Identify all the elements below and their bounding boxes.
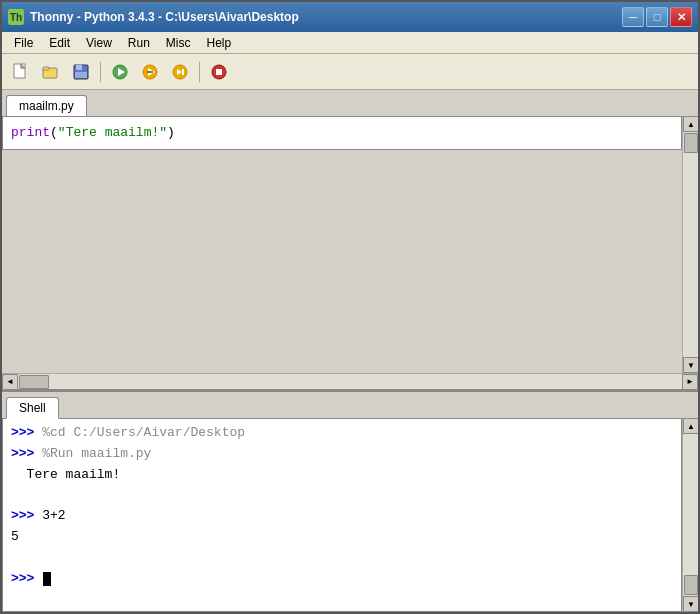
new-file-icon [12,63,30,81]
code-line-1: print("Tere maailm!") [11,123,673,143]
editor-scroll-thumb[interactable] [684,133,698,153]
toolbar-separator-2 [199,62,200,82]
editor-scroll-wrapper: print("Tere maailm!") ▲ ▼ ◄ ► [2,116,698,389]
menu-misc[interactable]: Misc [158,34,199,52]
shell-prompt-1: >>> [11,423,34,444]
menu-bar: File Edit View Run Misc Help [2,32,698,54]
editor-tab-maailm[interactable]: maailm.py [6,95,87,117]
open-file-icon [42,63,60,81]
editor-panel: maailm.py print("Tere maailm!") ▲ ▼ [2,90,698,392]
open-file-button[interactable] [38,59,64,85]
shell-content[interactable]: >>> %cd C:/Users/Aivar/Desktop >>> %Run … [2,418,682,612]
main-content: maailm.py print("Tere maailm!") ▲ ▼ [2,90,698,612]
svg-rect-18 [216,69,222,75]
run-button[interactable] [107,59,133,85]
shell-line-1: >>> %cd C:/Users/Aivar/Desktop [11,423,673,444]
shell-scroll-down-arrow[interactable]: ▼ [683,596,698,612]
window-controls: ─ □ ✕ [622,7,692,27]
shell-output-1: Tere maailm! [11,465,120,486]
step-over-icon [171,63,189,81]
shell-line-4 [11,485,673,506]
code-paren-open: ( [50,125,58,140]
code-string-hello: "Tere maailm!" [58,125,167,140]
step-over-button[interactable] [167,59,193,85]
menu-view[interactable]: View [78,34,120,52]
shell-line-3: Tere maailm! [11,465,673,486]
app-icon-label: Th [10,12,22,23]
toolbar [2,54,698,90]
shell-panel: Shell >>> %cd C:/Users/Aivar/Desktop >>>… [2,392,698,612]
main-window: Th Thonny - Python 3.4.3 - C:\Users\Aiva… [0,0,700,614]
editor-h-scroll-thumb[interactable] [19,375,49,389]
code-keyword-print: print [11,125,50,140]
shell-cmd-2: %Run maailm.py [34,444,151,465]
code-paren-close: ) [167,125,175,140]
shell-line-2: >>> %Run maailm.py [11,444,673,465]
run-icon [111,63,129,81]
toolbar-separator-1 [100,62,101,82]
window-title: Thonny - Python 3.4.3 - C:\Users\Aivar\D… [30,10,622,24]
shell-tab[interactable]: Shell [6,397,59,419]
shell-result-1: 5 [11,527,19,548]
minimize-button[interactable]: ─ [622,7,644,27]
menu-run[interactable]: Run [120,34,158,52]
shell-tab-bar: Shell [2,392,698,418]
shell-line-8: >>> [11,569,673,590]
shell-v-scrollbar[interactable]: ▲ ▼ [682,418,698,612]
new-file-button[interactable] [8,59,34,85]
title-bar: Th Thonny - Python 3.4.3 - C:\Users\Aiva… [2,2,698,32]
shell-scroll-track [683,434,698,574]
code-editor[interactable]: print("Tere maailm!") [2,116,682,150]
editor-scroll-track [683,154,698,357]
editor-scroll-content: print("Tere maailm!") [2,116,682,373]
editor-tab-bar: maailm.py [2,90,698,116]
shell-prompt-4: >>> [11,569,34,590]
stop-icon [210,63,228,81]
maximize-button[interactable]: □ [646,7,668,27]
svg-rect-8 [75,72,87,78]
save-file-button[interactable] [68,59,94,85]
shell-scroll-thumb[interactable] [684,575,698,595]
shell-line-5: >>> 3+2 [11,506,673,527]
menu-file[interactable]: File [6,34,41,52]
shell-line-7 [11,548,673,569]
shell-input-text [34,569,42,590]
svg-rect-7 [76,65,82,70]
editor-scroll-left-arrow[interactable]: ◄ [2,374,18,390]
stop-button[interactable] [206,59,232,85]
editor-v-scrollbar[interactable]: ▲ ▼ [682,116,698,373]
menu-edit[interactable]: Edit [41,34,78,52]
debug-button[interactable] [137,59,163,85]
close-button[interactable]: ✕ [670,7,692,27]
menu-help[interactable]: Help [199,34,240,52]
shell-cmd-1: %cd C:/Users/Aivar/Desktop [34,423,245,444]
app-icon: Th [8,9,24,25]
shell-cursor [43,572,51,586]
debug-icon [141,63,159,81]
editor-scroll-up-arrow[interactable]: ▲ [683,116,698,132]
editor-h-scrollbar[interactable]: ◄ ► [2,373,698,389]
shell-prompt-3: >>> [11,506,34,527]
shell-cmd-3: 3+2 [34,506,65,527]
save-file-icon [72,63,90,81]
shell-prompt-2: >>> [11,444,34,465]
shell-scroll-up-arrow[interactable]: ▲ [683,418,698,434]
svg-rect-5 [43,67,49,70]
editor-scroll-right-arrow[interactable]: ► [682,374,698,390]
shell-content-wrapper: >>> %cd C:/Users/Aivar/Desktop >>> %Run … [2,418,698,612]
shell-line-6: 5 [11,527,673,548]
editor-scroll-area: print("Tere maailm!") ▲ ▼ [2,116,698,373]
editor-scroll-down-arrow[interactable]: ▼ [683,357,698,373]
